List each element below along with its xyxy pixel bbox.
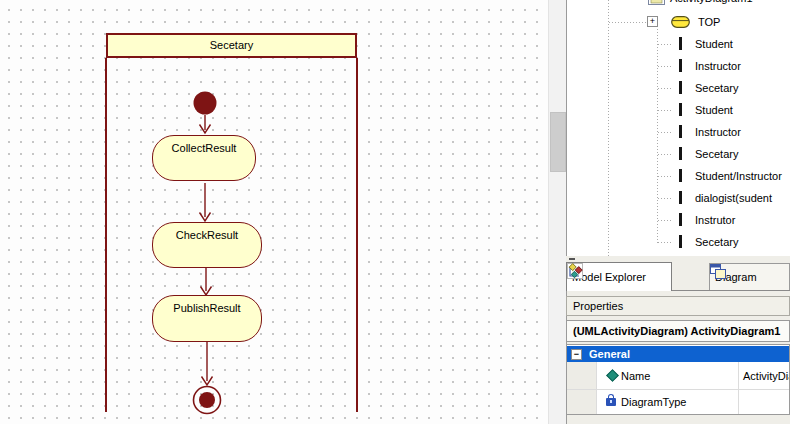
model-explorer-tree[interactable]: ActivityDiagram1 + TOP Student Instructo…	[567, 0, 790, 257]
tree-item-activitydiagram[interactable]: ActivityDiagram1	[567, 0, 790, 9]
model-explorer-icon	[567, 263, 583, 279]
tree-item-label: Secetary	[695, 231, 738, 253]
staruml-window: { "colors": { "shape_stroke": "#7E1414",…	[0, 0, 790, 424]
property-row-diagramtype[interactable]: DiagramType	[567, 390, 790, 414]
tree-item-label: Student	[695, 33, 733, 55]
tree-item-swimlane[interactable]: Instructor	[567, 121, 790, 143]
swimlane-icon	[679, 37, 682, 50]
action-label: CollectResult	[172, 142, 237, 154]
property-label: Name	[621, 362, 650, 390]
partition-container-icon	[671, 16, 690, 28]
property-grid[interactable]: − General Name ActivityDiagram1 DiagramT…	[566, 344, 790, 415]
tree-item-label: TOP	[698, 11, 720, 33]
column-divider	[738, 390, 739, 414]
tree-item-label: Instructor	[695, 55, 741, 77]
canvas-vertical-scrollbar[interactable]	[548, 0, 567, 424]
collapse-icon[interactable]: −	[571, 349, 582, 360]
final-state-core	[199, 392, 215, 408]
tab-model-explorer[interactable]: Model Explorer	[566, 262, 672, 291]
diagram-shapes-layer	[0, 0, 548, 424]
expand-icon[interactable]: +	[647, 16, 658, 27]
tree-item-swimlane[interactable]: Secetary	[567, 143, 790, 165]
tab-diagram[interactable]: Diagram	[709, 263, 790, 290]
swimlane-icon	[679, 147, 682, 160]
action-publish-result[interactable]: PublishResult	[152, 295, 262, 342]
tree-item-swimlane[interactable]: Instructor	[567, 55, 790, 77]
swimlane-icon	[679, 59, 682, 72]
tree-item-swimlane[interactable]: Student/Instructor	[567, 165, 790, 187]
tree-item-swimlane[interactable]: Student	[567, 99, 790, 121]
diagram-canvas[interactable]: Secetary CollectResult CheckResult Publi…	[0, 0, 548, 424]
swimlane-icon	[679, 125, 682, 138]
tree-item-top[interactable]: + TOP	[567, 11, 790, 33]
column-divider	[738, 362, 739, 389]
tree-item-swimlane[interactable]: Instrutor	[567, 209, 790, 231]
action-label: CheckResult	[176, 229, 238, 241]
property-row-name[interactable]: Name ActivityDiagram1	[567, 362, 790, 390]
action-label: PublishResult	[173, 302, 240, 314]
swimlane-icon	[679, 81, 682, 94]
properties-title-text: Properties	[573, 300, 623, 312]
tree-item-label: Secetary	[695, 77, 738, 99]
tree-item-swimlane[interactable]: Student	[567, 33, 790, 55]
tree-item-label: Student	[695, 99, 733, 121]
tree-item-swimlane[interactable]: Secetary	[567, 77, 790, 99]
tree-item-label: Instrutor	[695, 209, 735, 231]
action-check-result[interactable]: CheckResult	[152, 222, 262, 268]
tree-item-label: dialogist(sudent	[695, 187, 772, 209]
property-group-general[interactable]: − General	[567, 346, 790, 362]
scrollbar-thumb[interactable]	[550, 112, 566, 172]
swimlane-icon	[679, 191, 682, 204]
tree-item-swimlane[interactable]: Secetary	[567, 231, 790, 253]
swimlane-icon	[679, 169, 682, 182]
properties-panel-title: Properties	[566, 296, 790, 316]
property-value[interactable]: ActivityDiagram1	[743, 362, 790, 390]
row-gutter	[567, 390, 597, 414]
swimlane-icon	[679, 213, 682, 226]
lock-icon	[606, 398, 616, 406]
initial-state[interactable]	[194, 92, 217, 115]
swimlane-icon	[679, 235, 682, 248]
diagram-tab-icon	[710, 264, 726, 280]
tree-item-label: Instructor	[695, 121, 741, 143]
tree-connector	[609, 22, 647, 23]
swimlane-icon	[679, 103, 682, 116]
selection-header-text: (UMLActivityDiagram) ActivityDiagram1	[573, 325, 780, 337]
tab-label: Model Explorer	[572, 271, 646, 283]
tree-item-label: ActivityDiagram1	[670, 0, 753, 9]
activity-diagram-icon	[648, 0, 665, 5]
action-collect-result[interactable]: CollectResult	[152, 135, 256, 181]
splitter-notch[interactable]	[569, 258, 575, 260]
tree-item-swimlane[interactable]: dialogist(sudent	[567, 187, 790, 209]
properties-selection-header: (UMLActivityDiagram) ActivityDiagram1	[566, 320, 790, 342]
tree-item-label: Student/Instructor	[695, 165, 782, 187]
name-property-icon	[606, 369, 619, 382]
group-label: General	[589, 346, 630, 362]
row-gutter	[567, 362, 597, 389]
tree-item-label: Secetary	[695, 143, 738, 165]
property-label: DiagramType	[621, 390, 686, 414]
